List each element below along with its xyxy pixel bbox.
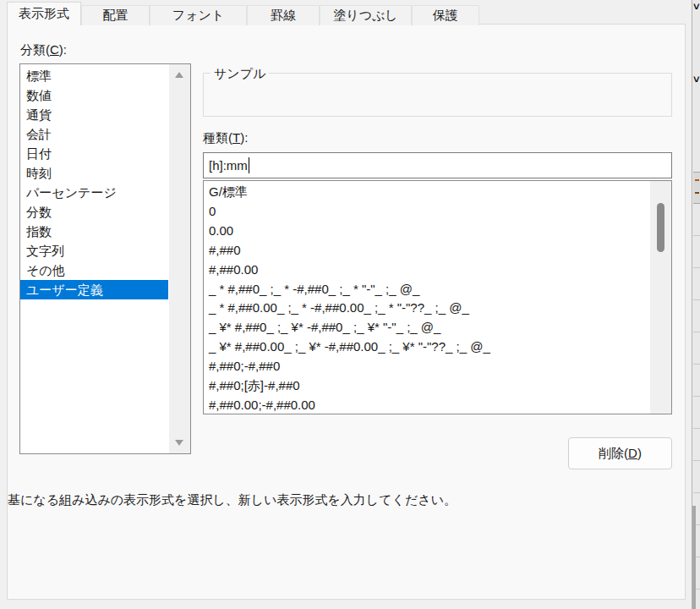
category-item-special[interactable]: その他	[20, 261, 168, 280]
category-label-accel: C	[50, 42, 59, 57]
format-code-item[interactable]: _ * #,##0.00_ ;_ * -#,##0.00_ ;_ * "-"??…	[204, 299, 649, 318]
tab-label: 表示形式	[19, 6, 69, 22]
delete-label-text: 削除(	[599, 446, 628, 460]
type-label: 種類(T):	[203, 130, 248, 146]
type-label-suffix: ):	[240, 130, 248, 145]
format-code-item[interactable]: _ ¥* #,##0.00_ ;_ ¥* -#,##0.00_ ;_ ¥* "-…	[204, 337, 649, 357]
format-code-item[interactable]: _ * #,##0_ ;_ * -#,##0_ ;_ * "-"_ ;_ @_	[204, 280, 649, 299]
cell-text-fragment	[695, 179, 699, 181]
category-item-currency[interactable]: 通貨	[20, 105, 168, 124]
format-cells-dialog: 表示形式 配置 フォント 罫線 塗りつぶし 保護 分類(C): 標準 数値 通貨…	[0, 0, 700, 609]
tab-strip: 表示形式 配置 フォント 罫線 塗りつぶし 保護	[7, 2, 479, 25]
category-item-scientific[interactable]: 指数	[20, 222, 168, 241]
delete-button-label: 削除(D)	[599, 446, 642, 462]
category-scrollbar[interactable]	[169, 64, 190, 453]
format-code-item[interactable]: _ ¥* #,##0_ ;_ ¥* -#,##0_ ;_ ¥* "-"_ ;_ …	[204, 318, 649, 337]
format-code-item[interactable]: 0.00	[204, 222, 649, 241]
category-item-time[interactable]: 時刻	[20, 163, 168, 183]
background-window-strip: ˅ ˅	[692, 0, 700, 609]
format-type-input[interactable]: [h]:mm	[203, 152, 672, 178]
delete-label-accel: D	[628, 446, 637, 460]
sample-groupbox: サンプル	[203, 73, 672, 117]
tab-label: フォント	[172, 8, 224, 24]
tab-protection[interactable]: 保護	[412, 5, 479, 25]
background-window-edge	[692, 506, 696, 609]
cell-text-fragment	[695, 192, 699, 194]
type-label-accel: T	[232, 130, 240, 145]
category-items: 標準 数値 通貨 会計 日付 時刻 パーセンテージ 分数 指数 文字列 その他 …	[20, 66, 168, 299]
format-code-item[interactable]: 0	[204, 202, 649, 222]
category-item-fraction[interactable]: 分数	[20, 202, 168, 222]
category-listbox: 標準 数値 通貨 会計 日付 時刻 パーセンテージ 分数 指数 文字列 その他 …	[19, 63, 191, 454]
format-code-listbox: G/標準 0 0.00 #,##0 #,##0.00 _ * #,##0_ ;_…	[203, 180, 672, 414]
category-label-text: 分類(	[20, 42, 50, 57]
category-label: 分類(C):	[20, 42, 67, 58]
tab-fill[interactable]: 塗りつぶし	[320, 5, 412, 25]
scrollbar-thumb[interactable]	[657, 203, 664, 252]
tab-label: 罫線	[271, 8, 296, 24]
category-label-suffix: ):	[59, 42, 67, 57]
background-cell	[693, 172, 700, 204]
format-list-scrollbar[interactable]	[650, 181, 671, 414]
chevron-down-icon: ˅	[693, 2, 700, 12]
category-item-number[interactable]: 数値	[20, 85, 168, 105]
tab-number-format[interactable]: 表示形式	[7, 2, 81, 25]
tab-alignment[interactable]: 配置	[81, 5, 150, 25]
format-code-item[interactable]: #,##0.00;-#,##0.00	[204, 396, 649, 414]
sample-legend: サンプル	[211, 65, 269, 81]
format-type-value: [h]:mm	[209, 158, 248, 173]
format-code-item[interactable]: G/標準	[204, 183, 649, 202]
tab-font[interactable]: フォント	[150, 5, 247, 25]
tab-label: 塗りつぶし	[333, 8, 397, 24]
format-code-items: G/標準 0 0.00 #,##0 #,##0.00 _ * #,##0_ ;_…	[204, 183, 649, 414]
category-item-text[interactable]: 文字列	[20, 241, 168, 261]
text-caret	[249, 157, 249, 173]
format-code-item[interactable]: #,##0.00	[204, 261, 649, 280]
tab-border[interactable]: 罫線	[247, 5, 320, 25]
scroll-up-icon[interactable]	[175, 72, 183, 78]
format-code-item[interactable]: #,##0;-#,##0	[204, 357, 649, 376]
category-item-custom[interactable]: ユーザー定義	[20, 280, 168, 299]
delete-button[interactable]: 削除(D)	[568, 437, 672, 469]
scroll-down-icon[interactable]	[175, 440, 183, 446]
category-item-percentage[interactable]: パーセンテージ	[20, 183, 168, 202]
delete-label-suffix: )	[637, 446, 642, 460]
format-code-item[interactable]: #,##0	[204, 241, 649, 261]
category-item-date[interactable]: 日付	[20, 144, 168, 163]
format-code-item[interactable]: #,##0;[赤]-#,##0	[204, 376, 649, 396]
tab-label: 保護	[433, 8, 458, 24]
category-item-accounting[interactable]: 会計	[20, 124, 168, 144]
category-item-general[interactable]: 標準	[20, 66, 168, 85]
type-label-text: 種類(	[203, 130, 232, 145]
chevron-down-icon: ˅	[693, 74, 700, 85]
help-text: 基になる組み込みの表示形式を選択し、新しい表示形式を入力してください。	[8, 492, 457, 508]
tab-label: 配置	[103, 8, 129, 24]
